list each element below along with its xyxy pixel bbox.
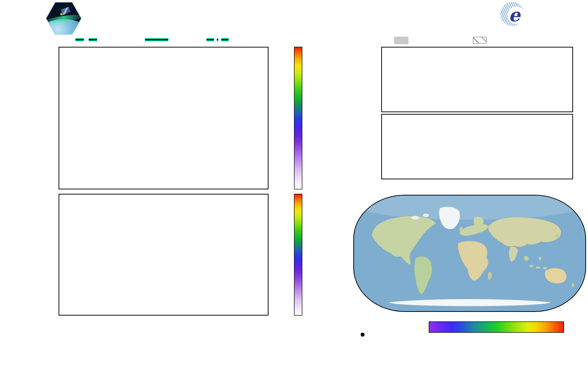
cassiope-mission-patch-icon (45, 2, 82, 35)
counts-ylabel (355, 102, 363, 182)
tof-counts-colorbar (294, 194, 302, 316)
patch-inner (46, 2, 81, 34)
anti-ram-legend-sample (76, 37, 97, 43)
sc-axis-spectrogram-panel (58, 47, 268, 190)
arctic-island (422, 214, 429, 217)
current-panel (381, 47, 573, 112)
counts-panel (381, 114, 573, 179)
shadow-legend-swatch (473, 37, 486, 44)
island (529, 265, 534, 267)
arctic-island (411, 216, 419, 220)
esa-logo: e (500, 2, 586, 26)
axis-intervals-dot-icon (361, 333, 364, 337)
altitude-colorbar (429, 322, 564, 333)
zenith-legend-sample (206, 37, 229, 43)
island-philippines (539, 256, 541, 260)
toa-bin-panel (58, 194, 268, 316)
island (543, 267, 547, 269)
island (536, 266, 541, 269)
bfield-legend-sample (145, 37, 168, 43)
esa-globe-icon: e (500, 2, 524, 26)
patch-satellite-icon (61, 7, 70, 15)
island-nz (572, 283, 574, 287)
island-britain (460, 227, 463, 232)
pixel-counts-colorbar (294, 47, 302, 190)
world-map (353, 195, 586, 312)
eclipse-legend-swatch (394, 37, 408, 44)
